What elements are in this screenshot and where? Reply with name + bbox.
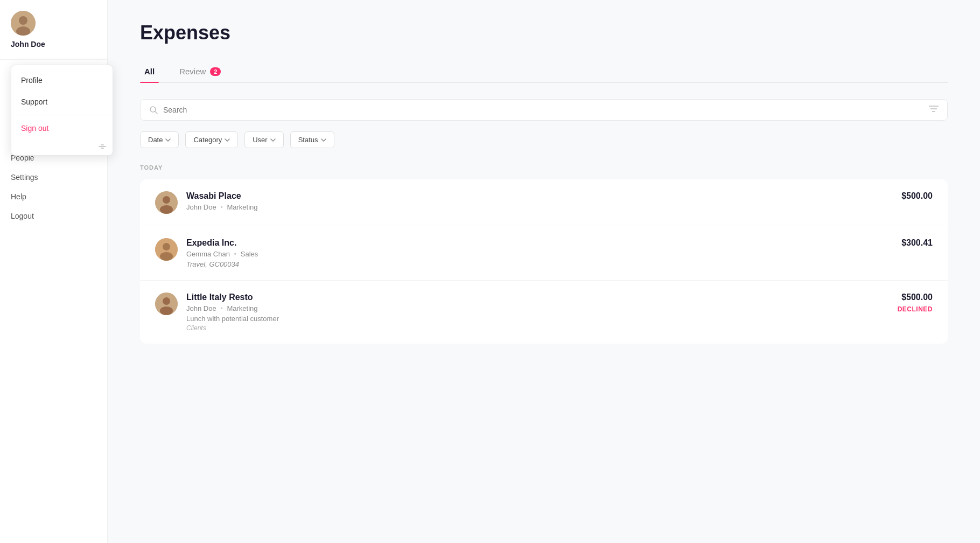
expense-amount-expedia: $300.41 bbox=[901, 238, 933, 248]
tabs: All Review 2 bbox=[140, 60, 948, 83]
filters-row: Date Category User Status bbox=[140, 131, 948, 148]
expense-user-expedia: Gemma Chan bbox=[186, 250, 230, 258]
expense-category-little-italy: Marketing bbox=[227, 304, 257, 312]
svg-point-19 bbox=[160, 307, 173, 315]
expense-meta-expedia: Gemma Chan • Sales bbox=[186, 250, 893, 258]
expense-item-wasabi[interactable]: Wasabi Place John Doe • Marketing $500.0… bbox=[140, 179, 948, 226]
expense-right-little-italy: $500.00 DECLINED bbox=[898, 293, 933, 313]
expense-tag-little-italy: Clients bbox=[186, 324, 889, 332]
expense-category-expedia: Sales bbox=[241, 250, 258, 258]
sidebar-item-logout[interactable]: Logout bbox=[0, 206, 107, 226]
user-name: John Doe bbox=[11, 40, 45, 48]
tab-review[interactable]: Review 2 bbox=[175, 60, 225, 82]
expense-avatar-wasabi bbox=[155, 191, 178, 214]
sidebar-item-help[interactable]: Help bbox=[0, 187, 107, 206]
scroll-hint bbox=[11, 139, 113, 151]
svg-rect-3 bbox=[99, 146, 106, 147]
filter-category-label: Category bbox=[193, 136, 222, 144]
expense-name-wasabi: Wasabi Place bbox=[186, 191, 893, 201]
expense-right-expedia: $300.41 bbox=[901, 238, 933, 248]
sidebar-item-settings[interactable]: Settings bbox=[0, 168, 107, 187]
search-input[interactable] bbox=[163, 106, 929, 114]
tab-review-label: Review bbox=[179, 67, 206, 76]
expense-item-little-italy[interactable]: Little Italy Resto John Doe • Marketing … bbox=[140, 281, 948, 344]
filter-user[interactable]: User bbox=[244, 131, 283, 148]
svg-point-13 bbox=[160, 205, 173, 214]
expense-amount-wasabi: $500.00 bbox=[901, 191, 933, 201]
filter-date[interactable]: Date bbox=[140, 131, 179, 148]
svg-rect-4 bbox=[101, 144, 104, 145]
page-title: Expenses bbox=[140, 22, 948, 44]
expense-item-expedia[interactable]: Expedia Inc. Gemma Chan • Sales Travel, … bbox=[140, 226, 948, 281]
user-dropdown: Profile Support Sign out bbox=[11, 65, 113, 156]
tab-review-badge: 2 bbox=[210, 67, 221, 76]
sidebar: John Doe Profile Support Sign out Dashbo… bbox=[0, 0, 108, 543]
dropdown-support[interactable]: Support bbox=[11, 91, 113, 113]
svg-point-16 bbox=[160, 252, 173, 261]
avatar bbox=[11, 11, 36, 36]
expense-details-little-italy: Little Italy Resto John Doe • Marketing … bbox=[186, 293, 889, 332]
filter-category[interactable]: Category bbox=[185, 131, 238, 148]
svg-line-7 bbox=[155, 112, 157, 114]
expense-user-little-italy: John Doe bbox=[186, 304, 216, 312]
expense-avatar-little-italy bbox=[155, 293, 178, 315]
dropdown-divider bbox=[11, 115, 113, 115]
expense-right-wasabi: $500.00 bbox=[901, 191, 933, 201]
filter-lines-icon[interactable] bbox=[929, 105, 939, 115]
expense-details-expedia: Expedia Inc. Gemma Chan • Sales Travel, … bbox=[186, 238, 893, 268]
filter-status[interactable]: Status bbox=[290, 131, 334, 148]
expense-user-wasabi: John Doe bbox=[186, 203, 216, 211]
svg-point-12 bbox=[163, 196, 170, 204]
expense-note-little-italy: Lunch with potential customer bbox=[186, 315, 889, 323]
expense-avatar-expedia bbox=[155, 238, 178, 261]
svg-point-18 bbox=[163, 297, 170, 305]
expense-amount-little-italy: $500.00 bbox=[901, 293, 933, 302]
svg-point-15 bbox=[163, 243, 170, 250]
expense-name-expedia: Expedia Inc. bbox=[186, 238, 893, 248]
expense-meta-little-italy: John Doe • Marketing bbox=[186, 304, 889, 312]
expense-name-little-italy: Little Italy Resto bbox=[186, 293, 889, 302]
sidebar-user[interactable]: John Doe bbox=[0, 11, 107, 60]
svg-rect-5 bbox=[101, 148, 104, 149]
expense-details-wasabi: Wasabi Place John Doe • Marketing bbox=[186, 191, 893, 213]
svg-point-1 bbox=[19, 16, 27, 25]
dropdown-signout[interactable]: Sign out bbox=[11, 117, 113, 139]
expense-category-wasabi: Marketing bbox=[227, 203, 257, 211]
section-today-label: TODAY bbox=[140, 164, 948, 171]
search-icon bbox=[149, 106, 158, 114]
expense-list: Wasabi Place John Doe • Marketing $500.0… bbox=[140, 179, 948, 344]
filter-user-label: User bbox=[253, 136, 267, 144]
main-content: Expenses All Review 2 Date bbox=[108, 0, 980, 543]
filter-status-label: Status bbox=[298, 136, 318, 144]
search-bar bbox=[140, 99, 948, 121]
filter-date-label: Date bbox=[148, 136, 163, 144]
tab-all[interactable]: All bbox=[140, 60, 159, 82]
expense-meta-wasabi: John Doe • Marketing bbox=[186, 203, 893, 211]
expense-status-little-italy: DECLINED bbox=[898, 305, 933, 313]
dropdown-profile[interactable]: Profile bbox=[11, 69, 113, 91]
expense-note-expedia: Travel, GC00034 bbox=[186, 260, 893, 268]
